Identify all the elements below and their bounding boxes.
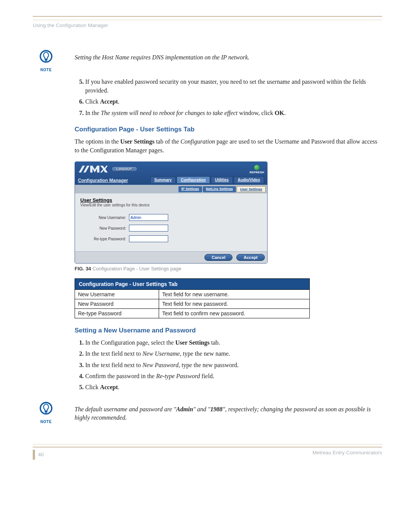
- tab-configuration[interactable]: Configuration: [177, 176, 210, 183]
- table-row: New Password Text field for new password…: [75, 299, 310, 309]
- note-icon: NOTE: [33, 50, 59, 72]
- panel-title: User Settings: [80, 197, 262, 203]
- n2-b2: 1988: [210, 406, 223, 412]
- sb3-it: New Password: [142, 362, 178, 368]
- subtab-ip-settings[interactable]: IP Settings: [178, 186, 202, 192]
- step6-pre: Click: [85, 98, 100, 105]
- step-5: If you have enabled password security on…: [85, 77, 382, 95]
- sb3-post: , type the new password.: [178, 362, 239, 368]
- sb4-post: field.: [200, 373, 214, 379]
- sb5-b: Accept: [100, 384, 118, 390]
- step6-post: .: [118, 98, 119, 105]
- footer-rule: [33, 444, 382, 447]
- running-header: Using the Configuration Manager: [33, 22, 382, 28]
- tab-utilities[interactable]: Utilities: [211, 176, 233, 183]
- input-new-username[interactable]: [129, 214, 168, 221]
- tab-summary[interactable]: Summary: [150, 176, 176, 183]
- amx-logo: LOGOUT: [78, 164, 137, 174]
- n2-pre: The default username and password are ": [75, 406, 176, 412]
- table-cell-val: Text field for new password.: [159, 299, 310, 309]
- table-cell-key: New Username: [75, 290, 159, 299]
- refresh-label: REFRESH: [250, 171, 264, 174]
- step7-bold: OK: [275, 110, 284, 116]
- note-icon: NOTE: [33, 401, 59, 424]
- sb5-pre: Click: [85, 384, 100, 390]
- label-retype-password: Re-type Password:: [80, 237, 129, 241]
- sb1-post: tab.: [210, 339, 220, 346]
- page-number-text: 40: [38, 452, 44, 457]
- refresh-button[interactable]: REFRESH: [250, 165, 264, 174]
- screenshot-figure: LOGOUT REFRESH Configuration Manager Sum…: [75, 161, 268, 264]
- stepb-3: In the text field next to New Password, …: [85, 361, 382, 369]
- sb4-it: Re-type Password: [156, 373, 200, 379]
- svg-rect-8: [45, 411, 48, 413]
- p1-b1: User Settings: [120, 138, 155, 145]
- table-row: New Username Text field for new username…: [75, 290, 310, 299]
- sb2-pre: In the text field next to: [85, 350, 142, 357]
- subtab-netlinx-settings[interactable]: NetLinx Settings: [203, 186, 236, 192]
- svg-rect-1: [45, 59, 48, 61]
- header-rule: [33, 16, 382, 20]
- sb4-pre: Confirm the password in the: [85, 373, 156, 379]
- cancel-button[interactable]: Cancel: [204, 254, 233, 261]
- refresh-icon: [254, 165, 260, 171]
- table-header: Configuration Page - User Settings Tab: [75, 279, 310, 290]
- note-label: NOTE: [33, 68, 59, 72]
- svg-marker-6: [100, 166, 108, 173]
- figure-number: FIG. 34: [75, 266, 91, 272]
- label-new-password: New Password:: [80, 226, 129, 230]
- step7-it: The system will need to reboot for chang…: [101, 110, 237, 116]
- footer-title: Metreau Entry Communicators: [312, 450, 382, 460]
- p1-pre: The options in the: [75, 138, 120, 145]
- input-new-password[interactable]: [129, 225, 168, 232]
- heading-user-settings-tab: Configuration Page - User Settings Tab: [75, 126, 382, 133]
- table-cell-val: Text field for new username.: [159, 290, 310, 299]
- cm-title: Configuration Manager: [78, 178, 128, 183]
- stepb-4: Confirm the password in the Re-type Pass…: [85, 372, 382, 380]
- accept-button[interactable]: Accept: [236, 254, 265, 261]
- p1-mid: tab of the: [155, 138, 180, 145]
- svg-marker-5: [90, 166, 99, 173]
- table-cell-val: Text field to confirm new password.: [159, 309, 310, 318]
- table-row: Re-type Password Text field to confirm n…: [75, 309, 310, 318]
- step7-post: .: [284, 110, 286, 116]
- sb1-b: User Settings: [175, 339, 210, 346]
- note-label: NOTE: [33, 420, 59, 424]
- table-cell-key: Re-type Password: [75, 309, 159, 318]
- step-6: Click Accept.: [85, 97, 382, 106]
- steps-list-b: In the Configuration page, select the Us…: [75, 338, 382, 391]
- input-retype-password[interactable]: [129, 235, 168, 242]
- intro-paragraph: The options in the User Settings tab of …: [75, 137, 382, 155]
- note-text-2: The default username and password are "A…: [75, 401, 382, 422]
- p1-it: Configuration: [180, 138, 215, 145]
- svg-rect-9: [45, 413, 47, 414]
- svg-rect-2: [45, 61, 47, 62]
- step7-pre: In the: [85, 110, 101, 116]
- stepb-1: In the Configuration page, select the Us…: [85, 338, 382, 347]
- subtab-user-settings[interactable]: User Settings: [237, 186, 266, 192]
- figure-caption-text: Configuration Page - User Settings page: [91, 266, 181, 272]
- panel-subtitle: View/Edit the user settings for this dev…: [80, 203, 262, 207]
- stepb-5: Click Accept.: [85, 383, 382, 391]
- logout-button[interactable]: LOGOUT: [112, 166, 137, 172]
- step7-mid: window, click: [237, 110, 275, 116]
- label-new-username: New Username:: [80, 216, 129, 220]
- note-text-1: Setting the Host Name requires DNS imple…: [75, 50, 249, 62]
- steps-list-a: If you have enabled password security on…: [75, 77, 382, 117]
- heading-setting-new-credentials: Setting a New Username and Password: [75, 327, 382, 334]
- step6-bold: Accept: [100, 98, 118, 105]
- sb1-pre: In the Configuration page, select the: [85, 339, 175, 346]
- step-7: In the The system will need to reboot fo…: [85, 109, 382, 117]
- sb3-pre: In the text field next to: [85, 362, 142, 368]
- tab-audio-video[interactable]: Audio/Video: [234, 176, 264, 183]
- n2-mid: " and ": [193, 406, 210, 412]
- description-table: Configuration Page - User Settings Tab N…: [75, 278, 310, 318]
- stepb-2: In the text field next to New Username, …: [85, 349, 382, 358]
- sb2-it: New Username: [142, 350, 180, 357]
- table-cell-key: New Password: [75, 299, 159, 309]
- page-number: 40: [33, 450, 44, 460]
- figure-caption: FIG. 34 Configuration Page - User Settin…: [75, 266, 382, 272]
- sb2-post: , type the new name.: [180, 350, 230, 357]
- n2-b1: Admin: [176, 406, 193, 412]
- sb5-post: .: [118, 384, 119, 390]
